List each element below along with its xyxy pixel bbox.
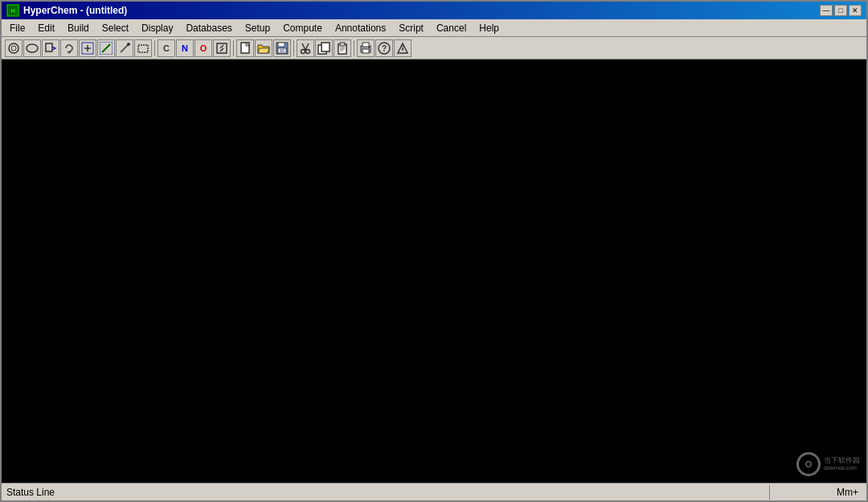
titlebar: H HyperChem - (untitled) — □ ✕ <box>2 2 866 19</box>
print-button[interactable] <box>357 39 375 57</box>
atom-nitrogen-button[interactable]: N <box>176 39 194 57</box>
menu-setup[interactable]: Setup <box>239 21 276 35</box>
svg-rect-19 <box>278 43 285 47</box>
status-text: Status Line <box>2 485 770 500</box>
svg-point-4 <box>27 44 38 52</box>
menu-script[interactable]: Script <box>392 21 430 35</box>
statusbar: Status Line Mm+ <box>2 483 866 500</box>
new-file-button[interactable] <box>236 39 254 57</box>
svg-rect-13 <box>138 45 148 52</box>
canvas-area[interactable]: O 当下软件园 downxia.com <box>2 60 866 483</box>
svg-point-34 <box>368 47 370 48</box>
svg-line-11 <box>121 44 129 52</box>
svg-point-12 <box>127 43 130 46</box>
help-button[interactable]: ? <box>375 39 393 57</box>
menu-build[interactable]: Build <box>61 21 96 35</box>
menu-file[interactable]: File <box>3 21 31 35</box>
menubar: File Edit Build Select Display Databases… <box>2 19 866 37</box>
select-rect-button[interactable] <box>134 39 152 57</box>
menu-help[interactable]: Help <box>473 21 506 35</box>
maximize-button[interactable]: □ <box>834 5 847 16</box>
ellipse-tool-button[interactable] <box>23 39 41 57</box>
watermark: O 当下软件园 downxia.com <box>796 452 860 476</box>
svg-rect-33 <box>362 49 369 53</box>
app-icon: H <box>6 4 19 17</box>
close-button[interactable]: ✕ <box>849 5 862 16</box>
svg-text:?: ? <box>382 44 387 53</box>
menu-databases[interactable]: Databases <box>179 21 238 35</box>
paste-button[interactable] <box>334 39 351 57</box>
atom-carbon-button[interactable]: C <box>158 39 175 57</box>
watermark-circle: O <box>796 452 821 476</box>
svg-rect-14 <box>217 43 227 53</box>
info-button[interactable] <box>394 39 411 57</box>
menu-select[interactable]: Select <box>96 21 135 35</box>
svg-point-23 <box>306 49 310 53</box>
toolbar-separator-1 <box>154 40 155 56</box>
toolbar-separator-3 <box>293 40 294 56</box>
titlebar-controls: — □ ✕ <box>820 5 862 16</box>
main-window: H HyperChem - (untitled) — □ ✕ File Edit… <box>0 0 868 502</box>
svg-rect-32 <box>362 43 369 47</box>
menu-annotations[interactable]: Annotations <box>329 21 392 35</box>
menu-cancel[interactable]: Cancel <box>430 21 473 35</box>
copy-button[interactable] <box>315 39 333 57</box>
svg-line-9 <box>102 44 110 52</box>
menu-edit[interactable]: Edit <box>31 21 61 35</box>
status-mode: Mm+ <box>770 485 866 500</box>
draw-bond-button[interactable] <box>97 39 115 57</box>
svg-line-15 <box>220 45 223 48</box>
menu-display[interactable]: Display <box>135 21 179 35</box>
zoom-tool-button[interactable] <box>79 39 96 57</box>
rotate-tool-button[interactable] <box>60 39 78 57</box>
save-file-button[interactable] <box>273 39 291 57</box>
svg-point-38 <box>402 45 403 47</box>
svg-point-2 <box>9 43 18 53</box>
open-file-button[interactable] <box>255 39 272 57</box>
toolbar-separator-4 <box>354 40 354 56</box>
atom-oxygen-button[interactable]: O <box>194 39 212 57</box>
toolbar: C N O <box>2 37 866 60</box>
translate-tool-button[interactable] <box>42 39 59 57</box>
toolbar-separator-2 <box>233 40 234 56</box>
minimize-button[interactable]: — <box>820 5 833 16</box>
svg-rect-5 <box>46 43 52 51</box>
svg-line-16 <box>220 48 223 51</box>
svg-point-22 <box>301 49 305 53</box>
svg-text:H: H <box>10 8 14 14</box>
menu-compute[interactable]: Compute <box>276 21 329 35</box>
svg-rect-25 <box>321 43 330 51</box>
svg-rect-21 <box>280 49 285 52</box>
cut-button[interactable] <box>297 39 314 57</box>
svg-rect-27 <box>340 43 345 46</box>
svg-point-3 <box>11 46 16 51</box>
titlebar-left: H HyperChem - (untitled) <box>6 4 127 17</box>
watermark-text: 当下软件园 downxia.com <box>824 456 860 471</box>
erase-tool-button[interactable] <box>116 39 133 57</box>
atom-other-button[interactable] <box>213 39 231 57</box>
select-tool-button[interactable] <box>5 39 23 57</box>
titlebar-title: HyperChem - (untitled) <box>23 5 127 16</box>
